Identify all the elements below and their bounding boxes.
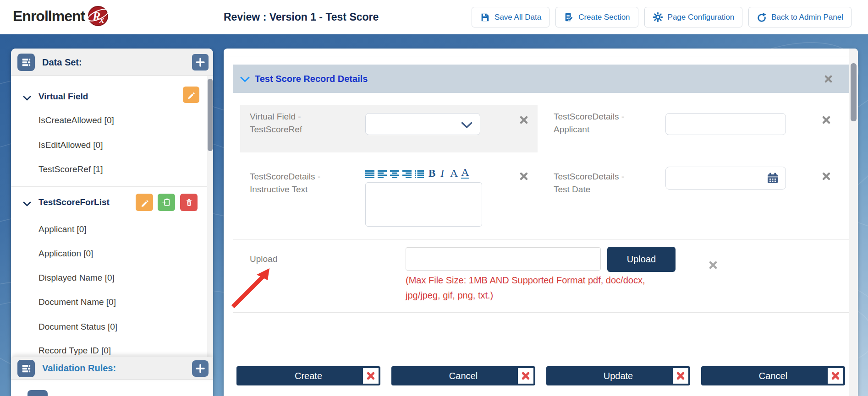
dataset-icon: [17, 54, 35, 71]
applicant-input[interactable]: [665, 113, 786, 135]
clipboard-icon: [161, 197, 172, 208]
plus-icon: [195, 363, 205, 374]
section-title: Test Score Record Details: [255, 65, 368, 93]
gear-icon: [653, 12, 663, 22]
section-chevron-down-icon[interactable]: [240, 76, 250, 84]
validation-rules-title: Validation Rules:: [42, 357, 116, 380]
validation-rules-header: Validation Rules:: [11, 357, 213, 380]
test-date-label: TestScoreDetails - Test Date: [554, 170, 624, 196]
back-to-admin-panel-button[interactable]: Back to Admin Panel: [748, 7, 852, 27]
back-arrow-icon: [757, 12, 767, 22]
main-scrollbar-thumb[interactable]: [851, 63, 857, 121]
remove-applicant-icon[interactable]: [822, 115, 831, 126]
add-dataset-button[interactable]: [192, 54, 209, 71]
next-section-icon: [27, 390, 48, 396]
pencil-icon: [139, 197, 150, 208]
panel-top-divider: [224, 56, 858, 56]
virtual-field-label: Virtual Field - TestScoreRef: [250, 110, 302, 136]
align-left-icon[interactable]: [378, 170, 388, 179]
align-justify-icon[interactable]: [365, 170, 375, 179]
tree-item-iscreateallowed[interactable]: IsCreateAllowed [0]: [38, 112, 114, 129]
validation-rules-icon: [17, 360, 35, 377]
font-color-button[interactable]: A: [461, 167, 469, 179]
list-icon[interactable]: [415, 170, 425, 179]
top-header-bar: Enrollment R x Review : Version 1 - Test…: [0, 0, 868, 34]
save-icon: [480, 12, 490, 22]
red-x-icon: [365, 370, 376, 381]
instructive-text-label: TestScoreDetails - Instructive Text: [250, 170, 320, 196]
enrollment-rx-logo: Enrollment R x: [13, 5, 110, 27]
save-all-data-button[interactable]: Save All Data: [472, 7, 549, 27]
back-to-admin-panel-label: Back to Admin Panel: [771, 13, 843, 22]
chevron-down-icon[interactable]: [23, 94, 31, 103]
remove-update-button-icon[interactable]: [673, 368, 688, 384]
edit-pencil-button[interactable]: [183, 87, 199, 103]
remove-upload-icon[interactable]: [709, 260, 718, 271]
calendar-icon[interactable]: [766, 172, 779, 187]
create-button[interactable]: Create: [236, 366, 380, 385]
instructive-text-textarea[interactable]: [365, 182, 482, 227]
upload-section-divider: [233, 239, 849, 240]
cancel-button[interactable]: Cancel: [391, 366, 535, 385]
virtual-field-select[interactable]: [365, 113, 480, 135]
tree-item-testscoreref[interactable]: TestScoreRef [1]: [38, 161, 103, 178]
tree-item-document-name[interactable]: Document Name [0]: [38, 294, 116, 310]
sidebar-scrollbar-thumb[interactable]: [208, 79, 213, 151]
svg-text:x: x: [99, 15, 104, 25]
dataset-title: Data Set:: [42, 49, 82, 76]
create-section-button[interactable]: Create Section: [555, 7, 638, 27]
create-section-icon: [564, 12, 574, 22]
remove-cancel-button-icon[interactable]: [518, 368, 533, 384]
update-button[interactable]: Update: [546, 366, 690, 385]
test-date-input[interactable]: [665, 167, 786, 190]
section-close-icon[interactable]: [824, 75, 833, 85]
clone-clipboard-button[interactable]: [158, 194, 175, 211]
tree-item-document-status[interactable]: Document Status [0]: [38, 319, 117, 335]
chevron-down-icon[interactable]: [23, 200, 31, 208]
font-size-button[interactable]: A: [450, 168, 458, 179]
tree-group-testscoreforlist[interactable]: TestScoreForList: [38, 194, 110, 211]
form-builder-panel: Test Score Record Details Virtual Field …: [224, 49, 858, 396]
app-root: Enrollment R x Review : Version 1 - Test…: [0, 0, 868, 396]
upload-file-input[interactable]: [406, 247, 601, 271]
upload-pointer-arrow-icon: [229, 265, 273, 310]
create-section-label: Create Section: [578, 13, 630, 22]
upload-button[interactable]: Upload: [607, 247, 676, 272]
align-center-icon[interactable]: [390, 170, 400, 179]
dataset-header: Data Set:: [11, 49, 213, 76]
plus-icon: [195, 57, 205, 67]
pencil-icon: [186, 90, 196, 100]
applicant-label: TestScoreDetails - Applicant: [554, 110, 624, 136]
tree-group-virtual-field[interactable]: Virtual Field: [38, 88, 88, 105]
delete-trash-button[interactable]: [180, 194, 198, 211]
page-configuration-button[interactable]: Page Configuration: [644, 7, 743, 27]
save-all-data-label: Save All Data: [494, 13, 541, 22]
remove-virtual-field-icon[interactable]: [519, 115, 528, 126]
tree-item-applicant[interactable]: Applicant [0]: [38, 221, 87, 238]
section-header[interactable]: Test Score Record Details: [233, 65, 849, 93]
tree-item-application[interactable]: Application [0]: [38, 245, 93, 262]
add-validation-rule-button[interactable]: [192, 360, 209, 377]
cancel-button-2[interactable]: Cancel: [701, 366, 845, 385]
remove-create-button-icon[interactable]: [363, 368, 379, 384]
page-title: Review : Version 1 - Test Score: [224, 0, 379, 34]
upload-help-text: (Max File Size: 1MB AND Supported Format…: [406, 273, 645, 303]
tree-item-iseditallowed[interactable]: IsEditAllowed [0]: [38, 137, 103, 153]
page-configuration-label: Page Configuration: [668, 13, 735, 22]
trash-icon: [184, 197, 194, 208]
footer-divider: [233, 312, 849, 313]
header-actions: Save All Data Create Section: [472, 7, 852, 27]
italic-button[interactable]: I: [440, 168, 444, 179]
bold-button[interactable]: B: [429, 168, 435, 179]
remove-test-date-icon[interactable]: [822, 172, 831, 183]
remove-instructive-text-icon[interactable]: [519, 172, 528, 183]
remove-cancel2-button-icon[interactable]: [828, 368, 843, 384]
upload-label: Upload: [250, 253, 277, 266]
dropdown-chevron-icon: [461, 121, 472, 131]
richtext-toolbar: B I A A: [365, 166, 469, 179]
tree-divider: [11, 186, 213, 187]
edit-pencil-button[interactable]: [136, 194, 153, 211]
tree-item-displayed-name[interactable]: Displayed Name [0]: [38, 270, 115, 286]
align-right-icon[interactable]: [402, 170, 412, 179]
red-x-icon: [675, 370, 686, 381]
